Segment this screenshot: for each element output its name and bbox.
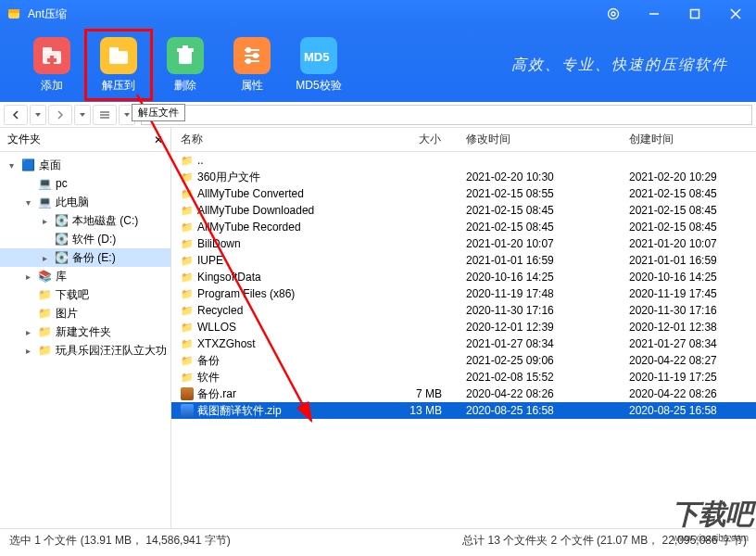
- col-name[interactable]: 名称: [171, 128, 386, 151]
- props-icon: [233, 37, 271, 74]
- toolbar-props-button[interactable]: 属性: [219, 30, 285, 100]
- toolbar-extract-button[interactable]: 解压到: [85, 30, 152, 100]
- tree-arrow-icon[interactable]: ▾: [22, 197, 33, 208]
- toolbar-md5-button[interactable]: MD5MD5校验: [285, 30, 352, 100]
- svg-rect-11: [47, 58, 57, 62]
- tree-item[interactable]: 💽软件 (D:): [0, 230, 170, 248]
- folder-tree[interactable]: ▾🟦桌面💻pc▾💻此电脑▸💽本地磁盘 (C:)💽软件 (D:)▸💽备份 (E:)…: [0, 152, 170, 528]
- file-row[interactable]: 📁KingsoftData2020-10-16 14:252020-10-16 …: [171, 269, 756, 285]
- tree-item[interactable]: ▸📁玩具乐园汪汪队立大功: [0, 341, 170, 360]
- tree-item[interactable]: ▸💽本地磁盘 (C:): [0, 211, 170, 230]
- file-name: XTXZGhost: [197, 337, 256, 350]
- folder-icon: 📁: [37, 306, 52, 321]
- file-create: 2021-01-01 16:59: [620, 254, 756, 267]
- delete-icon: [167, 37, 204, 74]
- add-icon: [33, 37, 70, 74]
- file-row[interactable]: 📁BiliDown2021-01-20 10:072021-01-20 10:0…: [171, 235, 756, 252]
- file-name: AllMyTube Downloaded: [197, 204, 314, 217]
- nav-forward-button[interactable]: [48, 105, 72, 125]
- file-row[interactable]: 📁XTXZGhost2021-01-27 08:342021-01-27 08:…: [171, 335, 756, 352]
- file-mod: 2020-11-19 17:48: [457, 287, 620, 300]
- toolbar-delete-button[interactable]: 删除: [152, 30, 219, 100]
- toolbar-label: MD5校验: [296, 78, 341, 94]
- tagline: 高效、专业、快速的压缩软件: [511, 56, 728, 75]
- folder-icon: 📁: [181, 321, 194, 334]
- tree-item[interactable]: ▾💻此电脑: [0, 193, 170, 211]
- file-row[interactable]: 📁WLLOS2020-12-01 12:392020-12-01 12:38: [171, 319, 756, 335]
- close-button[interactable]: [715, 0, 756, 28]
- svg-rect-14: [179, 51, 192, 64]
- tree-label: 新建文件夹: [56, 324, 111, 340]
- svg-point-20: [246, 48, 250, 52]
- file-row[interactable]: 📁AllMyTube Converted2021-02-15 08:552021…: [171, 185, 756, 202]
- file-name: KingsoftData: [197, 271, 261, 284]
- toolbar-add-button[interactable]: 添加: [19, 30, 85, 100]
- extract-tooltip: 解压文件: [132, 104, 185, 121]
- file-create: 2020-04-22 08:27: [620, 354, 756, 367]
- address-input[interactable]: [141, 105, 752, 125]
- file-create: 2021-01-20 10:07: [620, 237, 756, 250]
- file-row[interactable]: 📁AllMyTube Recorded2021-02-15 08:452021-…: [171, 219, 756, 235]
- view-list-button[interactable]: [93, 105, 117, 125]
- file-mod: 2021-02-20 10:30: [457, 171, 620, 183]
- folder-icon: 📁: [181, 354, 194, 367]
- tree-item[interactable]: ▸📁新建文件夹: [0, 322, 170, 341]
- file-rows[interactable]: 📁..📁360用户文件2021-02-20 10:302021-02-20 10…: [171, 152, 756, 528]
- sidebar-close-button[interactable]: ✕: [154, 133, 163, 146]
- tree-arrow-icon[interactable]: ▸: [22, 272, 33, 282]
- svg-rect-5: [691, 10, 699, 19]
- svg-point-21: [254, 54, 258, 57]
- file-row[interactable]: 📁IUPE2021-01-01 16:592021-01-01 16:59: [171, 252, 756, 269]
- folder-icon: 📁: [181, 154, 194, 167]
- tree-item[interactable]: 💻pc: [0, 174, 170, 193]
- tree-item[interactable]: ▸📚库: [0, 267, 170, 285]
- nav-back-dropdown[interactable]: [30, 105, 46, 125]
- folder-icon: 📁: [181, 221, 194, 234]
- toolbar-label: 属性: [241, 78, 263, 94]
- col-size[interactable]: 大小: [386, 128, 457, 151]
- file-row[interactable]: 📁..: [171, 152, 756, 169]
- col-mod[interactable]: 修改时间: [457, 128, 620, 151]
- nav-back-button[interactable]: [4, 105, 28, 125]
- tree-arrow-icon[interactable]: ▸: [39, 253, 50, 263]
- file-row[interactable]: 📁备份2021-02-25 09:062020-04-22 08:27: [171, 352, 756, 369]
- nav-forward-dropdown[interactable]: [74, 105, 91, 125]
- tree-arrow-icon[interactable]: ▸: [22, 327, 33, 337]
- toolbar-label: 添加: [41, 78, 63, 94]
- app-icon: [6, 6, 22, 22]
- file-create: 2021-02-15 08:45: [620, 187, 756, 200]
- file-row[interactable]: 📁Recycled2020-11-30 17:162020-11-30 17:1…: [171, 302, 756, 319]
- col-create[interactable]: 创建时间: [620, 128, 756, 151]
- file-row[interactable]: 截图翻译软件.zip13 MB2020-08-25 16:582020-08-2…: [171, 402, 756, 419]
- tree-item[interactable]: 📁图片: [0, 304, 170, 322]
- maximize-button[interactable]: [674, 0, 715, 28]
- file-row[interactable]: 📁AllMyTube Downloaded2021-02-15 08:45202…: [171, 202, 756, 219]
- tree-arrow-icon[interactable]: ▸: [39, 216, 50, 226]
- tree-arrow-icon[interactable]: ▾: [6, 160, 17, 171]
- file-create: 2021-01-27 08:34: [620, 337, 756, 350]
- file-mod: 2021-02-25 09:06: [457, 354, 620, 367]
- drive-icon: 💽: [54, 250, 69, 265]
- folder-icon: 📁: [181, 271, 194, 284]
- svg-rect-13: [109, 47, 119, 53]
- folder-icon: 📁: [181, 371, 194, 384]
- toolbar-label: 删除: [174, 78, 196, 94]
- file-row[interactable]: 备份.rar7 MB2020-04-22 08:262020-04-22 08:…: [171, 385, 756, 402]
- list-header[interactable]: 名称 大小 修改时间 创建时间 注释: [171, 128, 756, 152]
- tree-item[interactable]: ▾🟦桌面: [0, 156, 170, 174]
- file-name: AllMyTube Recorded: [197, 221, 301, 234]
- tree-item[interactable]: ▸💽备份 (E:): [0, 248, 170, 267]
- navbar: 解压文件: [0, 102, 756, 128]
- svg-rect-16: [183, 45, 188, 49]
- file-mod: 2020-12-01 12:39: [457, 321, 620, 334]
- tree-arrow-icon[interactable]: ▸: [22, 346, 33, 356]
- minimize-button[interactable]: [634, 0, 674, 28]
- settings-button[interactable]: [593, 0, 634, 28]
- tree-item[interactable]: 📁下载吧: [0, 285, 170, 304]
- folder-icon: 📁: [37, 287, 52, 302]
- file-row[interactable]: 📁Program Files (x86)2020-11-19 17:482020…: [171, 285, 756, 302]
- file-row[interactable]: 📁软件2021-02-08 15:522020-11-19 17:25: [171, 369, 756, 385]
- status-left: 选中 1 个文件 (13.91 MB， 14,586,941 字节): [9, 533, 231, 549]
- svg-marker-24: [35, 113, 41, 117]
- file-row[interactable]: 📁360用户文件2021-02-20 10:302021-02-20 10:29: [171, 169, 756, 185]
